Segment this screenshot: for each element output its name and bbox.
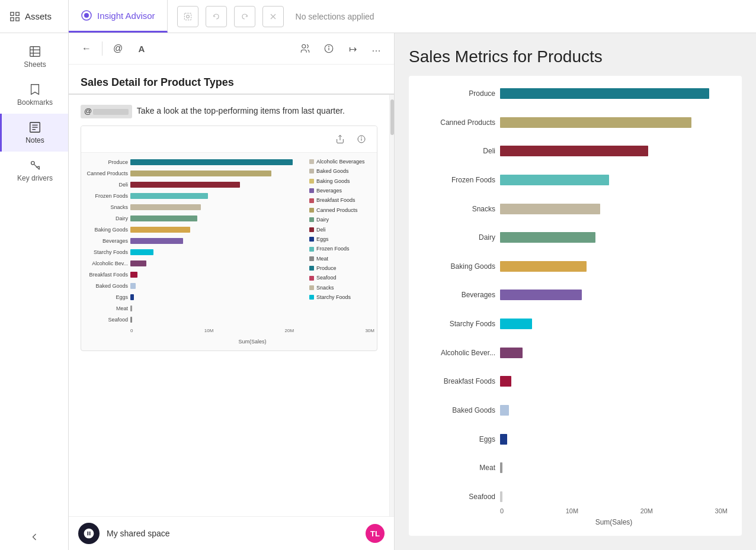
undo-btn[interactable] <box>206 6 227 27</box>
bottom-bar: My shared space TL <box>69 516 394 550</box>
legend-label: Beverages <box>316 186 342 195</box>
share-chart-btn[interactable] <box>332 131 348 147</box>
small-bar-fill <box>130 227 190 233</box>
assets-tab[interactable]: Assets <box>0 0 69 33</box>
legend-label: Starchy Foods <box>316 293 351 301</box>
bar-label: Baking Goods <box>418 262 495 271</box>
bar-track <box>500 261 728 272</box>
mention-btn[interactable]: @ <box>107 38 129 59</box>
key-drivers-label: Key drivers <box>17 174 53 182</box>
small-bar-row: Baking Goods <box>84 225 307 234</box>
back-btn[interactable]: ← <box>76 38 97 59</box>
clear-selection-btn[interactable] <box>262 6 284 27</box>
bar-row: Seafood <box>418 488 728 505</box>
key-drivers-icon <box>28 159 41 172</box>
svg-rect-1 <box>16 12 19 15</box>
info-icon <box>323 43 334 54</box>
space-label: My shared space <box>107 529 358 538</box>
small-bar-track <box>130 216 307 221</box>
small-bar-fill <box>130 305 132 311</box>
small-x-axis: 0 10M 20M 30M <box>84 327 374 335</box>
legend-dot <box>309 285 314 290</box>
small-bar-label: Dairy <box>84 214 128 223</box>
search-selection-btn[interactable] <box>177 6 198 27</box>
bar-fill <box>500 146 648 156</box>
small-bar-row: Deli <box>84 180 307 189</box>
small-bars: ProduceCanned ProductsDeliFrozen FoodsSn… <box>84 157 307 326</box>
info-circle-icon <box>357 134 366 144</box>
text-btn[interactable]: A <box>131 38 152 59</box>
bar-label: Breakfast Foods <box>418 377 495 385</box>
redo-btn[interactable] <box>234 6 255 27</box>
info-chart-btn[interactable] <box>353 131 370 147</box>
small-bar-label: Baking Goods <box>84 226 128 234</box>
small-bar-label: Meat <box>84 304 128 313</box>
legend-label: Eggs <box>316 235 329 243</box>
bar-track <box>500 204 728 214</box>
legend-label: Dairy <box>316 216 329 224</box>
bar-label: Produce <box>418 89 495 98</box>
collapse-sidebar-btn[interactable] <box>0 524 68 550</box>
bar-fill <box>500 405 509 416</box>
small-bar-track <box>130 317 307 323</box>
notes-text-area[interactable]: @ Take a look at the top-performing item… <box>69 95 389 516</box>
legend-item: Breakfast Foods <box>309 196 374 204</box>
bar-track <box>500 117 728 128</box>
small-bar-track <box>130 249 307 255</box>
small-x-label: Sum(Sales) <box>84 337 374 346</box>
users-btn[interactable] <box>294 38 316 59</box>
sidebar: Sheets Bookmarks Notes Key drivers <box>0 33 69 550</box>
sidebar-item-key-drivers[interactable]: Key drivers <box>0 152 68 189</box>
small-bar-row: Alcoholic Bev... <box>84 259 307 268</box>
bar-row: Eggs <box>418 431 728 448</box>
navigate-btn[interactable]: ↦ <box>342 38 363 59</box>
notes-content: Sales Detail for Product Types @ Take a … <box>69 65 394 516</box>
legend-item: Baked Goods <box>309 167 374 175</box>
chart-legend: Alcoholic BeveragesBaked GoodsBaking Goo… <box>309 157 374 326</box>
bar-row: Deli <box>418 143 728 159</box>
legend-item: Frozen Foods <box>309 245 374 253</box>
legend-label: Alcoholic Beverages <box>316 157 365 166</box>
right-panel: Sales Metrics for Products ProduceCanned… <box>395 33 756 550</box>
legend-dot <box>309 237 314 242</box>
small-bar-fill <box>130 272 137 278</box>
small-bar-track <box>130 283 307 289</box>
small-bar-row: Baked Goods <box>84 281 307 291</box>
bookmarks-label: Bookmarks <box>17 98 53 107</box>
insight-advisor-tab[interactable]: Insight Advisor <box>69 0 168 33</box>
sidebar-item-bookmarks[interactable]: Bookmarks <box>0 76 68 114</box>
bar-fill <box>500 232 595 243</box>
legend-dot <box>309 217 314 222</box>
svg-point-25 <box>329 46 329 47</box>
small-bar-fill <box>130 260 146 266</box>
mention-tag: @ <box>81 105 132 118</box>
small-bar-row: Beverages <box>84 236 307 246</box>
small-bar-row: Eggs <box>84 292 307 302</box>
bar-track <box>500 376 728 387</box>
note-body-text: Take a look at the top-performing items … <box>137 106 345 115</box>
notes-scrollbar[interactable] <box>389 95 394 516</box>
small-bar-row: Produce <box>84 157 307 167</box>
insight-icon <box>81 9 92 21</box>
bar-row: Dairy <box>418 229 728 246</box>
svg-point-29 <box>361 137 362 137</box>
sidebar-item-notes[interactable]: Notes <box>0 114 68 152</box>
legend-dot <box>309 169 314 173</box>
legend-item: Dairy <box>309 216 374 224</box>
small-bar-label: Frozen Foods <box>84 192 128 200</box>
small-bar-track <box>130 272 307 278</box>
notes-label: Notes <box>25 136 44 144</box>
bar-fill <box>500 117 691 128</box>
small-bar-track <box>130 193 307 199</box>
bar-track <box>500 88 728 99</box>
small-bar-label: Canned Products <box>84 169 128 178</box>
space-icon <box>78 523 100 544</box>
legend-label: Baking Goods <box>316 177 350 185</box>
small-bar-track <box>130 238 307 244</box>
small-bar-row: Frozen Foods <box>84 191 307 201</box>
legend-dot <box>309 179 314 184</box>
more-btn[interactable]: … <box>366 38 387 59</box>
bar-fill <box>500 88 709 99</box>
info-btn[interactable] <box>318 38 339 59</box>
sidebar-item-sheets[interactable]: Sheets <box>0 38 68 76</box>
